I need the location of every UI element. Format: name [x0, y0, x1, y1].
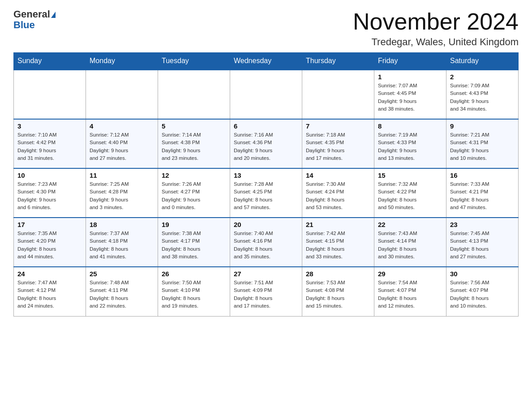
day-info: Sunrise: 7:45 AM Sunset: 4:13 PM Dayligh…	[450, 230, 515, 261]
day-info: Sunrise: 7:51 AM Sunset: 4:09 PM Dayligh…	[234, 279, 298, 310]
day-info: Sunrise: 7:42 AM Sunset: 4:15 PM Dayligh…	[306, 230, 370, 261]
day-of-week-header: Monday	[86, 52, 158, 70]
calendar-header-row: SundayMondayTuesdayWednesdayThursdayFrid…	[14, 52, 519, 70]
day-number: 20	[234, 221, 298, 228]
day-number: 11	[90, 171, 154, 179]
calendar-week-row: 1Sunrise: 7:07 AM Sunset: 4:45 PM Daylig…	[14, 70, 519, 119]
day-number: 4	[90, 122, 154, 130]
day-number: 2	[450, 73, 515, 81]
calendar-cell	[14, 70, 86, 119]
calendar-cell: 26Sunrise: 7:50 AM Sunset: 4:10 PM Dayli…	[158, 267, 230, 316]
calendar-cell: 2Sunrise: 7:09 AM Sunset: 4:43 PM Daylig…	[446, 70, 519, 119]
logo: General Blue	[13, 9, 56, 30]
day-number: 10	[17, 171, 82, 179]
day-of-week-header: Wednesday	[230, 52, 302, 70]
day-number: 1	[378, 73, 442, 81]
calendar-cell: 27Sunrise: 7:51 AM Sunset: 4:09 PM Dayli…	[230, 267, 302, 316]
calendar-cell: 9Sunrise: 7:21 AM Sunset: 4:31 PM Daylig…	[446, 119, 519, 168]
calendar-week-row: 3Sunrise: 7:10 AM Sunset: 4:42 PM Daylig…	[14, 119, 519, 168]
calendar-week-row: 24Sunrise: 7:47 AM Sunset: 4:12 PM Dayli…	[14, 267, 519, 316]
day-of-week-header: Sunday	[14, 52, 86, 70]
calendar-cell	[302, 70, 374, 119]
day-number: 25	[90, 270, 154, 278]
calendar-cell	[230, 70, 302, 119]
calendar-cell: 11Sunrise: 7:25 AM Sunset: 4:28 PM Dayli…	[86, 168, 158, 218]
day-info: Sunrise: 7:54 AM Sunset: 4:07 PM Dayligh…	[378, 279, 442, 310]
day-info: Sunrise: 7:48 AM Sunset: 4:11 PM Dayligh…	[90, 279, 154, 310]
calendar-cell: 4Sunrise: 7:12 AM Sunset: 4:40 PM Daylig…	[86, 119, 158, 168]
calendar-cell: 1Sunrise: 7:07 AM Sunset: 4:45 PM Daylig…	[374, 70, 446, 119]
day-info: Sunrise: 7:30 AM Sunset: 4:24 PM Dayligh…	[306, 180, 370, 211]
day-number: 21	[306, 221, 370, 228]
calendar-cell: 17Sunrise: 7:35 AM Sunset: 4:20 PM Dayli…	[14, 218, 86, 267]
day-number: 26	[162, 270, 226, 278]
day-number: 6	[234, 122, 298, 130]
day-of-week-header: Thursday	[302, 52, 374, 70]
day-number: 14	[306, 171, 370, 179]
calendar-cell: 29Sunrise: 7:54 AM Sunset: 4:07 PM Dayli…	[374, 267, 446, 316]
calendar-cell: 24Sunrise: 7:47 AM Sunset: 4:12 PM Dayli…	[14, 267, 86, 316]
day-number: 27	[234, 270, 298, 278]
day-info: Sunrise: 7:21 AM Sunset: 4:31 PM Dayligh…	[450, 131, 515, 162]
day-info: Sunrise: 7:50 AM Sunset: 4:10 PM Dayligh…	[162, 279, 226, 310]
day-info: Sunrise: 7:33 AM Sunset: 4:21 PM Dayligh…	[450, 180, 515, 211]
day-number: 8	[378, 122, 442, 130]
calendar-table: SundayMondayTuesdayWednesdayThursdayFrid…	[13, 52, 519, 317]
day-info: Sunrise: 7:12 AM Sunset: 4:40 PM Dayligh…	[90, 131, 154, 162]
day-info: Sunrise: 7:28 AM Sunset: 4:25 PM Dayligh…	[234, 180, 298, 211]
day-info: Sunrise: 7:10 AM Sunset: 4:42 PM Dayligh…	[17, 131, 82, 162]
day-info: Sunrise: 7:14 AM Sunset: 4:38 PM Dayligh…	[162, 131, 226, 162]
day-number: 17	[17, 221, 82, 228]
logo-triangle-icon	[51, 12, 56, 18]
day-number: 5	[162, 122, 226, 130]
calendar-cell: 18Sunrise: 7:37 AM Sunset: 4:18 PM Dayli…	[86, 218, 158, 267]
day-number: 16	[450, 171, 515, 179]
calendar-cell: 19Sunrise: 7:38 AM Sunset: 4:17 PM Dayli…	[158, 218, 230, 267]
day-number: 22	[378, 221, 442, 228]
day-number: 19	[162, 221, 226, 228]
day-info: Sunrise: 7:25 AM Sunset: 4:28 PM Dayligh…	[90, 180, 154, 211]
calendar-cell: 10Sunrise: 7:23 AM Sunset: 4:30 PM Dayli…	[14, 168, 86, 218]
day-info: Sunrise: 7:23 AM Sunset: 4:30 PM Dayligh…	[17, 180, 82, 211]
day-number: 12	[162, 171, 226, 179]
day-number: 28	[306, 270, 370, 278]
day-info: Sunrise: 7:43 AM Sunset: 4:14 PM Dayligh…	[378, 230, 442, 261]
day-info: Sunrise: 7:40 AM Sunset: 4:16 PM Dayligh…	[234, 230, 298, 261]
day-info: Sunrise: 7:26 AM Sunset: 4:27 PM Dayligh…	[162, 180, 226, 211]
day-info: Sunrise: 7:38 AM Sunset: 4:17 PM Dayligh…	[162, 230, 226, 261]
calendar-cell: 12Sunrise: 7:26 AM Sunset: 4:27 PM Dayli…	[158, 168, 230, 218]
day-number: 3	[17, 122, 82, 130]
day-info: Sunrise: 7:09 AM Sunset: 4:43 PM Dayligh…	[450, 82, 515, 113]
calendar-cell: 21Sunrise: 7:42 AM Sunset: 4:15 PM Dayli…	[302, 218, 374, 267]
day-info: Sunrise: 7:37 AM Sunset: 4:18 PM Dayligh…	[90, 230, 154, 261]
calendar-week-row: 17Sunrise: 7:35 AM Sunset: 4:20 PM Dayli…	[14, 218, 519, 267]
calendar-cell: 30Sunrise: 7:56 AM Sunset: 4:07 PM Dayli…	[446, 267, 519, 316]
logo-blue-text: Blue	[13, 19, 35, 30]
day-info: Sunrise: 7:47 AM Sunset: 4:12 PM Dayligh…	[17, 279, 82, 310]
day-of-week-header: Saturday	[446, 52, 519, 70]
day-info: Sunrise: 7:32 AM Sunset: 4:22 PM Dayligh…	[378, 180, 442, 211]
day-info: Sunrise: 7:56 AM Sunset: 4:07 PM Dayligh…	[450, 279, 515, 310]
day-info: Sunrise: 7:16 AM Sunset: 4:36 PM Dayligh…	[234, 131, 298, 162]
page-header: General Blue November 2024 Tredegar, Wal…	[13, 9, 519, 48]
calendar-cell: 3Sunrise: 7:10 AM Sunset: 4:42 PM Daylig…	[14, 119, 86, 168]
day-number: 23	[450, 221, 515, 228]
day-number: 29	[378, 270, 442, 278]
calendar-subtitle: Tredegar, Wales, United Kingdom	[353, 36, 519, 48]
calendar-cell: 20Sunrise: 7:40 AM Sunset: 4:16 PM Dayli…	[230, 218, 302, 267]
calendar-cell: 25Sunrise: 7:48 AM Sunset: 4:11 PM Dayli…	[86, 267, 158, 316]
day-number: 30	[450, 270, 515, 278]
calendar-cell: 14Sunrise: 7:30 AM Sunset: 4:24 PM Dayli…	[302, 168, 374, 218]
day-info: Sunrise: 7:53 AM Sunset: 4:08 PM Dayligh…	[306, 279, 370, 310]
calendar-cell: 22Sunrise: 7:43 AM Sunset: 4:14 PM Dayli…	[374, 218, 446, 267]
day-info: Sunrise: 7:07 AM Sunset: 4:45 PM Dayligh…	[378, 82, 442, 113]
calendar-cell: 16Sunrise: 7:33 AM Sunset: 4:21 PM Dayli…	[446, 168, 519, 218]
calendar-cell: 5Sunrise: 7:14 AM Sunset: 4:38 PM Daylig…	[158, 119, 230, 168]
logo-general-text: General	[13, 9, 50, 20]
day-info: Sunrise: 7:18 AM Sunset: 4:35 PM Dayligh…	[306, 131, 370, 162]
calendar-cell: 13Sunrise: 7:28 AM Sunset: 4:25 PM Dayli…	[230, 168, 302, 218]
calendar-cell	[86, 70, 158, 119]
day-info: Sunrise: 7:35 AM Sunset: 4:20 PM Dayligh…	[17, 230, 82, 261]
day-number: 15	[378, 171, 442, 179]
calendar-title-area: November 2024 Tredegar, Wales, United Ki…	[353, 9, 519, 48]
